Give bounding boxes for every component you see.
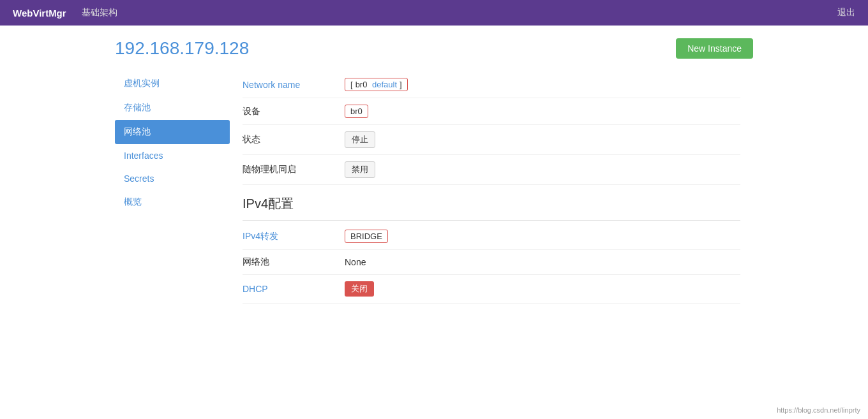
page-title: 192.168.179.128: [115, 38, 249, 59]
sidebar: 虚机实例 存储池 网络池 Interfaces Secrets 概览: [115, 71, 230, 304]
status-badge: 停止: [345, 131, 375, 148]
dhcp-row: DHCP 关闭: [243, 275, 740, 304]
sidebar-item-storage-pool[interactable]: 存储池: [115, 96, 230, 120]
sidebar-item-interfaces[interactable]: Interfaces: [115, 144, 230, 167]
network-name-tag: [ br0 default ]: [345, 78, 408, 91]
device-value: br0: [345, 105, 740, 118]
ipv4-forward-row: IPv4转发 BRIDGE: [243, 223, 740, 250]
network-name-default: default: [370, 80, 397, 89]
logout-link[interactable]: 退出: [837, 7, 855, 18]
ipv4-section-title: IPv4配置: [243, 185, 740, 217]
main-layout: 虚机实例 存储池 网络池 Interfaces Secrets 概览 Netwo…: [0, 71, 868, 304]
ipv4-pool-value: None: [345, 257, 740, 267]
content-area: Network name [ br0 default ] 设备 br0 状态 停…: [230, 71, 753, 304]
random-mac-label: 随物理机同启: [243, 164, 345, 175]
ipv4-pool-none: None: [345, 257, 366, 267]
status-value: 停止: [345, 131, 740, 148]
random-mac-row: 随物理机同启 禁用: [243, 155, 740, 185]
device-badge: br0: [345, 105, 368, 118]
ipv4-forward-label: IPv4转发: [243, 231, 345, 242]
device-row: 设备 br0: [243, 98, 740, 125]
ipv4-divider: [243, 220, 740, 221]
ipv4-forward-value: BRIDGE: [345, 230, 740, 243]
dhcp-value: 关闭: [345, 281, 740, 297]
network-name-bracket-close: ]: [400, 80, 402, 89]
topnav: WebVirtMgr 基础架构 退出: [0, 0, 868, 26]
ipv4-pool-label: 网络池: [243, 256, 345, 268]
sidebar-item-network-pool[interactable]: 网络池: [115, 120, 230, 144]
network-name-value: [ br0 default ]: [345, 78, 740, 91]
network-name-bracket-open: [: [350, 80, 353, 89]
ipv4-pool-row: 网络池 None: [243, 250, 740, 275]
page-header: 192.168.179.128 New Instance: [0, 26, 868, 71]
dhcp-badge: 关闭: [345, 281, 374, 297]
brand-label: WebVirtMgr: [13, 8, 66, 18]
random-mac-badge: 禁用: [345, 161, 375, 178]
network-name-row: Network name [ br0 default ]: [243, 71, 740, 98]
status-row: 状态 停止: [243, 125, 740, 155]
status-label: 状态: [243, 134, 345, 145]
random-mac-value: 禁用: [345, 161, 740, 178]
sidebar-item-virtual-instances[interactable]: 虚机实例: [115, 71, 230, 96]
sidebar-item-overview[interactable]: 概览: [115, 190, 230, 214]
network-name-label: Network name: [243, 80, 345, 90]
sidebar-item-secrets[interactable]: Secrets: [115, 167, 230, 190]
ipv4-forward-badge: BRIDGE: [345, 230, 388, 243]
dhcp-label: DHCP: [243, 284, 345, 294]
topnav-left: WebVirtMgr 基础架构: [13, 7, 117, 18]
network-name-br0: br0: [355, 80, 368, 89]
nav-link-infrastructure[interactable]: 基础架构: [82, 7, 117, 18]
new-instance-button[interactable]: New Instance: [676, 38, 753, 59]
device-label: 设备: [243, 106, 345, 117]
